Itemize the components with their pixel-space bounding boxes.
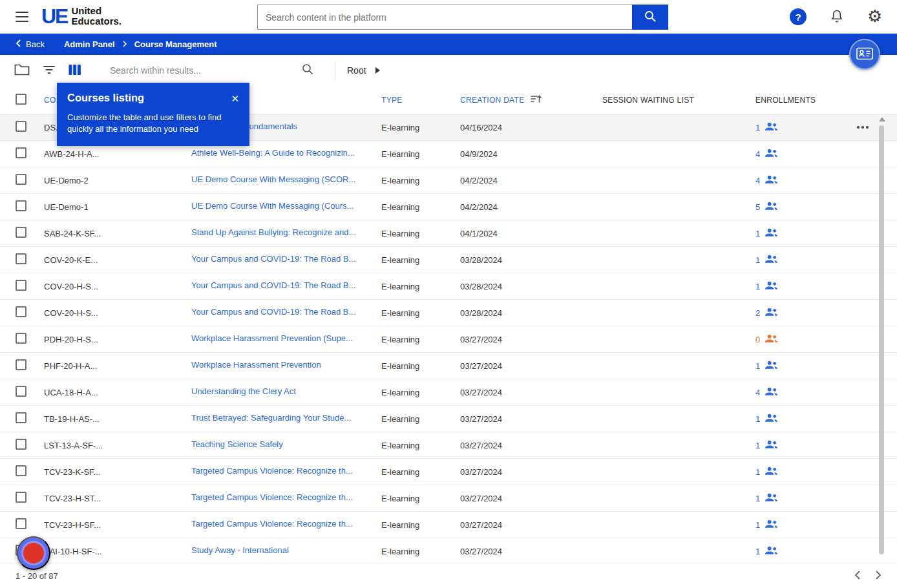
enrollments-link[interactable]: 1 <box>755 520 814 530</box>
row-checkbox[interactable] <box>16 121 26 132</box>
enrollments-link[interactable]: 1 <box>755 414 814 425</box>
course-code: UE-Demo-2 <box>32 176 123 185</box>
course-type: E-learning <box>359 335 452 344</box>
notifications-button[interactable] <box>830 9 843 26</box>
course-name-link[interactable]: Trust Betrayed: Safeguarding Your Stude.… <box>191 413 351 423</box>
course-name-link[interactable]: Targeted Campus Violence: Recognize th..… <box>191 519 353 529</box>
row-checkbox[interactable] <box>16 518 26 529</box>
course-type: E-learning <box>359 202 452 212</box>
course-name-link[interactable]: Understanding the Clery Act <box>191 386 296 396</box>
back-button[interactable]: Back <box>16 39 45 49</box>
enrollments-link[interactable]: 1 <box>755 361 814 372</box>
course-name-link[interactable]: Teaching Science Safely <box>191 439 283 449</box>
row-checkbox[interactable] <box>16 359 26 370</box>
table-row: TB-19-H-AS-... Trust Betrayed: Safeguard… <box>0 406 897 432</box>
table-row: UE-Demo-1 UE Demo Course With Messaging … <box>0 194 897 220</box>
course-creation-date: 04/9/2024 <box>452 149 570 159</box>
results-search-input[interactable] <box>110 65 301 76</box>
column-header-session-waiting-list[interactable]: SESSION WAITING LIST <box>570 96 726 105</box>
row-checkbox[interactable] <box>16 174 26 185</box>
close-button[interactable]: ✕ <box>231 93 239 105</box>
platform-search-button[interactable] <box>632 5 668 30</box>
row-checkbox[interactable] <box>16 227 26 238</box>
enrollments-count: 1 <box>755 494 760 503</box>
course-name-link[interactable]: Targeted Campus Violence: Recognize th..… <box>191 466 353 476</box>
course-code: TCV-23-H-SF... <box>32 520 123 530</box>
enrollments-link[interactable]: 1 <box>755 467 814 478</box>
course-code: PDH-20-H-S... <box>32 335 123 344</box>
course-name-link[interactable]: Study Away - International <box>191 545 289 555</box>
root-folder-button[interactable]: Root <box>347 65 380 76</box>
row-menu-button[interactable] <box>854 122 871 132</box>
enrollments-link[interactable]: 1 <box>755 122 814 133</box>
search-icon[interactable] <box>301 63 314 78</box>
settings-button[interactable]: ⚙ <box>867 6 882 26</box>
enrollments-link[interactable]: 1 <box>755 228 814 239</box>
course-name-link[interactable]: UE Demo Course With Messaging (Cours... <box>191 201 354 211</box>
row-checkbox[interactable] <box>16 200 26 211</box>
column-header-creation-date[interactable]: CREATION DATE <box>452 94 570 105</box>
row-checkbox[interactable] <box>16 412 26 423</box>
breadcrumb-admin-panel[interactable]: Admin Panel <box>64 39 115 49</box>
table-row: PHF-20-H-A... Workplace Harassment Preve… <box>0 353 897 379</box>
course-name-link[interactable]: Workplace Harassment Prevention (Supe... <box>191 333 353 343</box>
course-name-link[interactable]: Your Campus and COVID-19: The Road B... <box>191 307 355 317</box>
enrollments-link[interactable]: 1 <box>755 281 814 292</box>
logo-mark: UE <box>41 5 67 27</box>
next-page-button[interactable] <box>875 570 881 582</box>
course-code: AWB-24-H-A... <box>32 149 123 159</box>
platform-search-input[interactable] <box>257 5 632 30</box>
row-checkbox[interactable] <box>16 306 26 317</box>
row-checkbox[interactable] <box>16 280 26 291</box>
enrollments-link[interactable]: 1 <box>755 440 814 451</box>
column-header-enrollments[interactable]: ENROLLMENTS <box>726 96 814 105</box>
select-all-checkbox[interactable] <box>16 94 26 105</box>
course-name-link[interactable]: UE Demo Course With Messaging (SCOR... <box>191 174 355 184</box>
row-checkbox[interactable] <box>16 147 26 158</box>
contact-card-button[interactable] <box>849 39 880 70</box>
course-name-link[interactable]: Your Campus and COVID-19: The Road B... <box>191 280 355 290</box>
enrollments-link[interactable]: 4 <box>755 149 814 160</box>
column-header-type[interactable]: TYPE <box>359 96 452 105</box>
columns-view-button[interactable] <box>65 60 85 81</box>
hamburger-menu-button[interactable] <box>16 12 28 22</box>
enrollments-link[interactable]: 5 <box>755 202 814 213</box>
record-widget-button[interactable] <box>17 536 50 570</box>
breadcrumb: Admin Panel Course Management <box>64 39 217 49</box>
enrollments-link[interactable]: 1 <box>755 255 814 266</box>
course-name-link[interactable]: Stand Up Against Bullying: Recognize and… <box>191 227 355 237</box>
filter-button[interactable] <box>39 60 59 81</box>
group-icon <box>765 255 778 266</box>
scrollbar-thumb[interactable] <box>879 125 884 554</box>
enrollments-count: 1 <box>755 441 760 450</box>
enrollments-link[interactable]: 2 <box>755 308 814 319</box>
course-creation-date: 03/27/2024 <box>452 494 570 503</box>
folder-view-button[interactable] <box>12 60 32 81</box>
chevron-right-icon <box>123 39 127 49</box>
row-checkbox[interactable] <box>16 386 26 397</box>
enrollments-link[interactable]: 4 <box>755 175 814 186</box>
enrollments-link[interactable]: 1 <box>755 546 814 557</box>
enrollments-link[interactable]: 1 <box>755 493 814 504</box>
course-name-link[interactable]: Targeted Campus Violence: Recognize th..… <box>191 492 353 502</box>
help-button[interactable]: ? <box>790 8 807 25</box>
course-code: COV-20-H-S... <box>32 308 123 318</box>
course-creation-date: 03/27/2024 <box>452 388 570 397</box>
course-name-link[interactable]: Your Campus and COVID-19: The Road B... <box>191 254 355 264</box>
course-name-link[interactable]: Athlete Well-Being: A Guide to Recognizi… <box>191 148 355 158</box>
row-checkbox[interactable] <box>16 492 26 503</box>
group-icon <box>765 149 778 160</box>
row-checkbox[interactable] <box>16 253 26 264</box>
enrollments-link[interactable]: 0 <box>755 334 814 345</box>
course-creation-date: 03/28/2024 <box>452 308 570 318</box>
group-icon <box>765 440 778 451</box>
course-name-link[interactable]: Workplace Harassment Prevention <box>191 360 321 370</box>
scrollbar-up-arrow[interactable] <box>879 117 885 121</box>
course-type: E-learning <box>359 149 452 159</box>
prev-page-button[interactable] <box>854 570 861 582</box>
group-icon <box>765 387 778 398</box>
row-checkbox[interactable] <box>16 465 26 476</box>
enrollments-link[interactable]: 4 <box>755 387 814 398</box>
row-checkbox[interactable] <box>16 333 26 344</box>
row-checkbox[interactable] <box>16 439 26 450</box>
